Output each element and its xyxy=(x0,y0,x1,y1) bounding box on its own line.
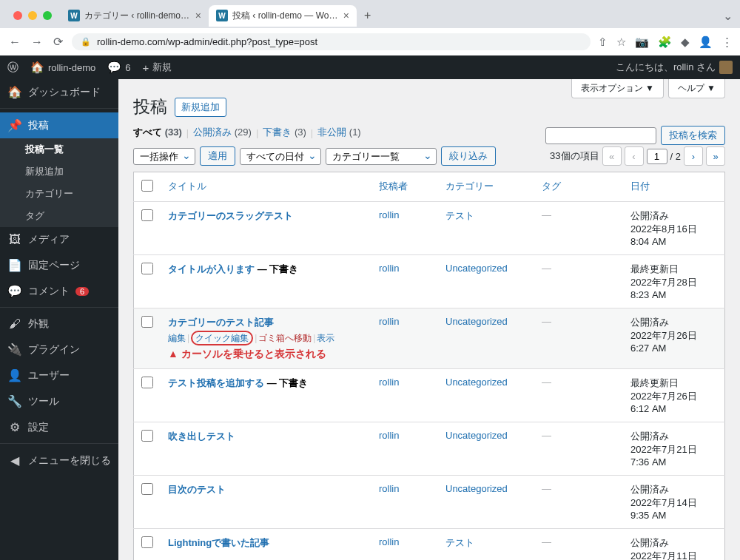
table-row: 吹き出しテストrollinUncategorized—公開済み2022年7月21… xyxy=(134,422,725,476)
menu-tools[interactable]: 🔧ツール xyxy=(0,388,118,414)
menu-plugins[interactable]: 🔌プラグイン xyxy=(0,337,118,362)
view-link[interactable]: 表示 xyxy=(317,333,334,343)
category-link[interactable]: Uncategorized xyxy=(445,430,508,441)
last-page-button[interactable]: » xyxy=(706,146,725,166)
column-title[interactable]: タイトル xyxy=(161,172,371,202)
category-link[interactable]: Uncategorized xyxy=(445,483,508,494)
tabs-chevron-icon[interactable]: ⌄ xyxy=(722,7,734,24)
submenu-posts-list[interactable]: 投稿一覧 xyxy=(0,138,118,161)
category-link[interactable]: テスト xyxy=(445,210,474,221)
maximize-window-icon[interactable] xyxy=(43,11,52,20)
author-link[interactable]: rollin xyxy=(379,377,399,388)
row-checkbox[interactable] xyxy=(141,483,153,495)
screen-options-button[interactable]: 表示オプション ▼ xyxy=(571,79,664,98)
filter-published[interactable]: 公開済み (29) xyxy=(193,126,252,139)
url-field[interactable]: 🔒 rollin-demo.com/wp-admin/edit.php?post… xyxy=(72,33,591,50)
menu-appearance[interactable]: 🖌外観 xyxy=(0,311,118,337)
forward-button[interactable]: → xyxy=(30,34,44,50)
tag-none: — xyxy=(542,536,551,547)
current-page-input[interactable] xyxy=(647,149,667,164)
post-title-link[interactable]: カテゴリーのスラッグテスト xyxy=(168,210,293,221)
column-tags[interactable]: タグ xyxy=(534,172,623,202)
search-button[interactable]: 投稿を検索 xyxy=(661,126,725,145)
comments-link[interactable]: 💬6 xyxy=(107,61,130,74)
close-tab-icon[interactable]: × xyxy=(343,10,349,21)
wp-logo[interactable]: ⓦ xyxy=(7,61,18,75)
post-title-link[interactable]: 目次のテスト xyxy=(168,484,226,495)
first-page-button[interactable]: « xyxy=(602,146,622,166)
column-date[interactable]: 日付 xyxy=(623,172,725,202)
new-content-link[interactable]: +新規 xyxy=(143,61,172,74)
quick-edit-link[interactable]: クイック編集 xyxy=(191,331,253,345)
star-icon[interactable]: ☆ xyxy=(616,36,626,49)
help-button[interactable]: ヘルプ ▼ xyxy=(668,79,725,98)
category-filter-select[interactable]: カテゴリー一覧 xyxy=(326,148,437,165)
prev-page-button[interactable]: ‹ xyxy=(625,146,644,166)
category-link[interactable]: テスト xyxy=(445,537,474,548)
add-new-button[interactable]: 新規追加 xyxy=(175,98,226,117)
menu-icon[interactable]: ⋮ xyxy=(722,36,733,49)
back-button[interactable]: ← xyxy=(7,34,22,50)
table-row: 目次のテストrollinUncategorized—公開済み2022年7月14日… xyxy=(134,476,725,529)
filter-button[interactable]: 絞り込み xyxy=(441,146,496,166)
filter-draft[interactable]: 下書き (3) xyxy=(263,126,306,139)
select-all-checkbox[interactable] xyxy=(141,180,153,192)
browser-tab[interactable]: W投稿 ‹ rollin-demo — WordPres...× xyxy=(209,5,357,27)
row-checkbox[interactable] xyxy=(141,209,153,221)
next-page-button[interactable]: › xyxy=(684,146,703,166)
bulk-action-select[interactable]: 一括操作 xyxy=(133,148,195,165)
menu-media[interactable]: 🖼メディア xyxy=(0,227,118,252)
submenu-posts-tags[interactable]: タグ xyxy=(0,205,118,227)
menu-comments[interactable]: 💬コメント6 xyxy=(0,278,118,304)
browser-tab[interactable]: Wカテゴリー ‹ rollin-demo — Wor...× xyxy=(61,5,209,27)
author-link[interactable]: rollin xyxy=(379,263,399,274)
author-link[interactable]: rollin xyxy=(379,536,399,547)
menu-pages[interactable]: 📄固定ページ xyxy=(0,252,118,278)
post-title-link[interactable]: 吹き出しテスト xyxy=(168,431,235,442)
trash-link[interactable]: ゴミ箱へ移動 xyxy=(258,333,312,343)
submenu-posts-new[interactable]: 新規追加 xyxy=(0,161,118,183)
menu-collapse[interactable]: ◀メニューを閉じる xyxy=(0,448,118,473)
row-checkbox[interactable] xyxy=(141,377,153,388)
menu-posts[interactable]: 📌投稿 xyxy=(0,112,118,138)
date-filter-select[interactable]: すべての日付 xyxy=(240,148,321,165)
column-categories[interactable]: カテゴリー xyxy=(438,172,534,202)
category-link[interactable]: Uncategorized xyxy=(445,263,508,274)
close-window-icon[interactable] xyxy=(13,11,22,20)
edit-link[interactable]: 編集 xyxy=(168,333,186,343)
menu-users[interactable]: 👤ユーザー xyxy=(0,362,118,388)
profile-icon[interactable]: 👤 xyxy=(699,36,713,49)
site-name-link[interactable]: 🏠rollin-demo xyxy=(30,61,95,74)
author-link[interactable]: rollin xyxy=(379,430,399,441)
row-checkbox[interactable] xyxy=(141,536,153,548)
post-title-link[interactable]: Lightningで書いた記事 xyxy=(168,537,269,548)
post-title-link[interactable]: カテゴリーのテスト記事 xyxy=(168,317,274,328)
filter-all[interactable]: すべて (33) xyxy=(133,126,182,139)
row-checkbox[interactable] xyxy=(141,263,153,274)
reload-button[interactable]: ⟳ xyxy=(52,33,64,50)
author-link[interactable]: rollin xyxy=(379,316,399,327)
search-input[interactable] xyxy=(545,127,656,144)
submenu-posts-categories[interactable]: カテゴリー xyxy=(0,183,118,205)
extension2-icon[interactable]: ◆ xyxy=(681,36,690,49)
column-author[interactable]: 投稿者 xyxy=(371,172,438,202)
author-link[interactable]: rollin xyxy=(379,483,399,494)
share-icon[interactable]: ⇧ xyxy=(598,36,608,49)
category-link[interactable]: Uncategorized xyxy=(445,377,508,388)
extension-icon[interactable]: 🧩 xyxy=(658,36,672,49)
new-tab-button[interactable]: + xyxy=(358,6,377,25)
author-link[interactable]: rollin xyxy=(379,209,399,220)
camera-icon[interactable]: 📷 xyxy=(635,36,649,49)
row-checkbox[interactable] xyxy=(141,430,153,442)
filter-private[interactable]: 非公開 (1) xyxy=(317,126,361,139)
row-checkbox[interactable] xyxy=(141,316,153,328)
category-link[interactable]: Uncategorized xyxy=(445,316,508,327)
menu-settings[interactable]: ⚙設定 xyxy=(0,414,118,440)
post-title-link[interactable]: タイトルが入ります xyxy=(168,263,255,274)
my-account-link[interactable]: こんにちは、rollin さん xyxy=(616,61,733,74)
menu-dashboard[interactable]: 🏠ダッシュボード xyxy=(0,79,118,105)
post-title-link[interactable]: テスト投稿を追加する xyxy=(168,377,264,388)
close-tab-icon[interactable]: × xyxy=(195,10,201,21)
minimize-window-icon[interactable] xyxy=(28,11,37,20)
bulk-apply-button[interactable]: 適用 xyxy=(200,146,235,166)
